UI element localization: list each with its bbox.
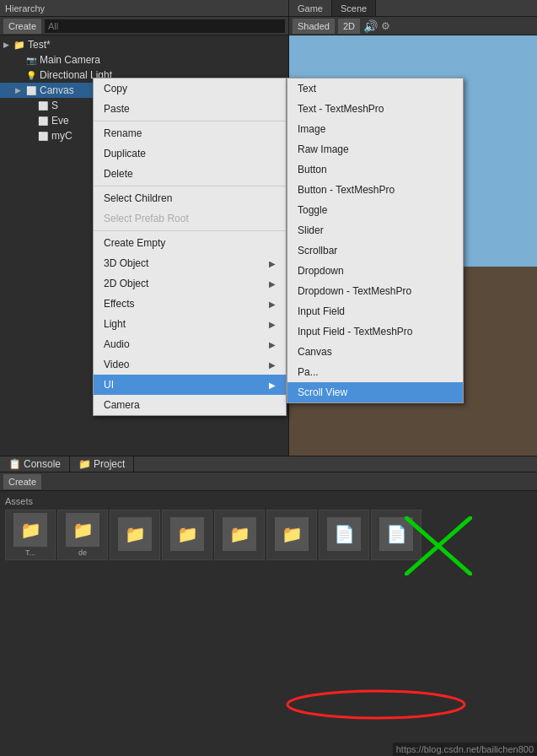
submenu-scroll-view[interactable]: Scroll View xyxy=(287,382,463,402)
submenu-scrollbar[interactable]: Scrollbar xyxy=(287,240,463,261)
submenu-text-label: Text xyxy=(298,83,316,94)
submenu-input-field-textmeshpro[interactable]: Input Field - TextMeshPro xyxy=(287,321,463,342)
asset-icon: 📁 xyxy=(13,513,47,547)
submenu-button[interactable]: Button xyxy=(287,159,463,180)
tab-game[interactable]: Game xyxy=(289,0,332,16)
submenu-raw-image-label: Raw Image xyxy=(298,143,349,155)
game-panel-header: Game Scene xyxy=(289,0,537,17)
tab-console-icon: 📋 xyxy=(8,458,21,470)
ctx-video[interactable]: Video ▶ xyxy=(94,354,286,375)
tab-scene[interactable]: Scene xyxy=(332,0,376,16)
ctx-ui[interactable]: UI ▶ xyxy=(94,375,286,395)
assets-panel: Assets 📁 T... 📁 de 📁 📁 xyxy=(0,491,537,756)
asset-item-7[interactable]: 📄 xyxy=(319,510,369,560)
tab-console[interactable]: 📋 Console xyxy=(0,456,70,472)
canvas-arrow-icon: ▶ xyxy=(15,86,24,94)
context-menu: Copy Paste Rename Duplicate Delete Selec… xyxy=(93,78,287,416)
settings-icon: ⚙ xyxy=(381,20,390,32)
bottom-panel-header: 📋 Console 📁 Project xyxy=(0,456,537,472)
light-icon: 💡 xyxy=(25,69,37,81)
s-go-icon: ⬜ xyxy=(37,100,49,111)
ctx-copy-label: Copy xyxy=(104,83,127,94)
submenu-toggle-label: Toggle xyxy=(298,204,327,216)
hierarchy-create-button[interactable]: Create xyxy=(3,19,41,34)
ctx-video-arrow-icon: ▶ xyxy=(269,360,276,370)
ctx-effects-label: Effects xyxy=(104,298,134,310)
ctx-effects-arrow-icon: ▶ xyxy=(269,300,276,309)
asset-item-4[interactable]: 📁 xyxy=(162,510,212,560)
ctx-2d-object[interactable]: 2D Object ▶ xyxy=(94,273,286,294)
asset-icon-7: 📄 xyxy=(327,517,361,551)
submenu-slider[interactable]: Slider xyxy=(287,220,463,240)
tree-label-test: Test* xyxy=(28,39,51,51)
asset-item-2[interactable]: 📁 de xyxy=(57,510,108,560)
submenu-canvas[interactable]: Canvas xyxy=(287,342,463,362)
ctx-video-label: Video xyxy=(104,359,129,370)
ctx-create-empty[interactable]: Create Empty xyxy=(94,233,286,253)
submenu-canvas-label: Canvas xyxy=(298,346,332,358)
asset-icon-6: 📁 xyxy=(275,517,309,551)
asset-item-8[interactable]: 📄 xyxy=(371,510,422,560)
submenu-panel[interactable]: Pa... xyxy=(287,362,463,382)
submenu-image-label: Image xyxy=(298,123,325,135)
asset-label: T... xyxy=(25,548,35,557)
ctx-camera[interactable]: Camera xyxy=(94,395,286,415)
submenu-scrollbar-label: Scrollbar xyxy=(298,245,337,256)
ctx-light-arrow-icon: ▶ xyxy=(269,320,276,329)
submenu-input-field[interactable]: Input Field xyxy=(287,301,463,321)
submenu-dropdown-label: Dropdown xyxy=(298,265,344,277)
submenu-dropdown[interactable]: Dropdown xyxy=(287,261,463,281)
tab-project-icon: 📁 xyxy=(78,458,91,470)
ctx-effects[interactable]: Effects ▶ xyxy=(94,294,286,314)
2d-button[interactable]: 2D xyxy=(338,19,360,34)
tree-item-main-camera[interactable]: 📷 Main Camera xyxy=(0,52,288,68)
ctx-copy[interactable]: Copy xyxy=(94,78,286,99)
submenu-button-textmeshpro[interactable]: Button - TextMeshPro xyxy=(287,180,463,200)
submenu-input-field-textmeshpro-label: Input Field - TextMeshPro xyxy=(298,326,413,338)
asset-item[interactable]: 📁 T... xyxy=(5,510,56,560)
submenu-raw-image[interactable]: Raw Image xyxy=(287,139,463,159)
speaker-icon: 🔊 xyxy=(363,19,378,33)
ctx-3d-object[interactable]: 3D Object ▶ xyxy=(94,253,286,273)
asset-icon-4: 📁 xyxy=(170,517,204,551)
ctx-3d-arrow-icon: ▶ xyxy=(269,259,276,268)
ctx-duplicate[interactable]: Duplicate xyxy=(94,143,286,164)
ctx-ui-arrow-icon: ▶ xyxy=(269,381,276,390)
asset-icon-2: 📁 xyxy=(66,513,99,547)
tree-item-test[interactable]: ▶ 📁 Test* xyxy=(0,37,288,52)
ctx-2d-object-label: 2D Object xyxy=(104,278,148,289)
asset-icon-8: 📄 xyxy=(379,517,413,551)
ctx-camera-label: Camera xyxy=(104,399,140,411)
ui-submenu: Text Text - TextMeshPro Image Raw Image … xyxy=(287,78,464,403)
ctx-delete[interactable]: Delete xyxy=(94,164,286,184)
submenu-button-textmeshpro-label: Button - TextMeshPro xyxy=(298,184,395,196)
tree-label-main-camera: Main Camera xyxy=(40,54,100,66)
tab-game-label: Game xyxy=(298,3,323,14)
ctx-paste[interactable]: Paste xyxy=(94,99,286,119)
tab-scene-label: Scene xyxy=(341,3,367,14)
submenu-input-field-label: Input Field xyxy=(298,305,345,317)
asset-item-3[interactable]: 📁 xyxy=(110,510,160,560)
submenu-panel-label: Pa... xyxy=(298,366,319,378)
ctx-sep-1 xyxy=(94,121,286,122)
tab-project[interactable]: 📁 Project xyxy=(70,456,134,472)
bottom-toolbar: Create xyxy=(0,472,537,491)
ctx-light[interactable]: Light ▶ xyxy=(94,314,286,334)
submenu-toggle[interactable]: Toggle xyxy=(287,200,463,220)
ctx-audio[interactable]: Audio ▶ xyxy=(94,334,286,354)
ctx-rename[interactable]: Rename xyxy=(94,123,286,143)
asset-item-5[interactable]: 📁 xyxy=(214,510,265,560)
asset-label-2: de xyxy=(78,548,87,557)
assets-create-button[interactable]: Create xyxy=(3,474,41,489)
ctx-delete-label: Delete xyxy=(104,168,133,180)
submenu-dropdown-textmeshpro[interactable]: Dropdown - TextMeshPro xyxy=(287,281,463,301)
submenu-image[interactable]: Image xyxy=(287,119,463,139)
submenu-text[interactable]: Text xyxy=(287,78,463,99)
ctx-select-children[interactable]: Select Children xyxy=(94,188,286,208)
hierarchy-search-input[interactable] xyxy=(45,19,285,33)
asset-item-6[interactable]: 📁 xyxy=(266,510,317,560)
ctx-3d-object-label: 3D Object xyxy=(104,257,148,269)
shaded-button[interactable]: Shaded xyxy=(293,19,335,34)
submenu-text-textmeshpro[interactable]: Text - TextMeshPro xyxy=(287,99,463,119)
canvas-icon: ⬜ xyxy=(25,84,37,96)
